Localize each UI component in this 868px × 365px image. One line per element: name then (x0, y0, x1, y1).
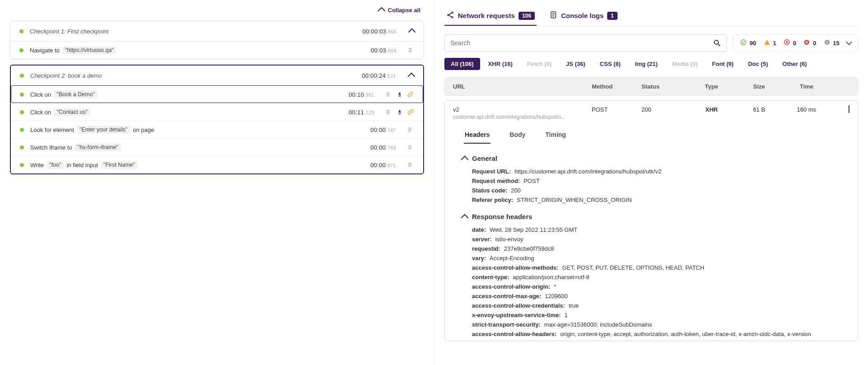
filter-pill[interactable]: CSS (8) (594, 58, 627, 70)
filter-pill[interactable]: JS (36) (560, 58, 592, 70)
header-row: access-control-allow-headers:origin, con… (472, 329, 839, 339)
subtab-body[interactable]: Body (509, 126, 526, 144)
request-row[interactable]: v2 customer.api.drift.com/integrations/h… (445, 101, 858, 124)
search-box[interactable] (444, 34, 727, 51)
tab-network-requests[interactable]: Network requests106 (444, 6, 537, 26)
network-table: URL Method Status Type Size Time (444, 77, 858, 96)
header-key: access-control-allow-headers: (472, 331, 557, 337)
err-icon (783, 39, 790, 47)
tab-label: Console logs (561, 12, 604, 19)
step-time: 00:11.129 (349, 109, 374, 116)
step-row[interactable]: Switch iframe to"hs-form-iframe"00:00.78… (11, 138, 423, 156)
header-value: origin, content-type, accept, authorizat… (560, 331, 811, 337)
header-row: strict-transport-security:max-age=315360… (472, 320, 839, 329)
steps-icon[interactable] (407, 161, 414, 168)
status-dot-icon (19, 29, 24, 33)
checkpoint-header[interactable]: Checkpoint 1: First checkpoint00:00:03.9… (10, 21, 424, 41)
svg-point-3 (448, 14, 449, 16)
detail-tabs: Network requests106Console logs1 (444, 6, 858, 26)
search-icon (713, 39, 721, 47)
unknown-icon: ? (824, 39, 830, 47)
param-pill: "foo" (47, 161, 64, 169)
step-row[interactable]: Click on"Contact us"00:11.129 (11, 103, 423, 121)
stat-unknown: ?15 (824, 39, 840, 47)
filter-pill[interactable]: XHR (16) (482, 58, 519, 70)
request-method: POST (592, 106, 642, 113)
svg-point-11 (714, 40, 718, 44)
status-summary[interactable]: 90100?15 (733, 34, 858, 51)
chevron-up-icon (461, 155, 469, 163)
collapse-all-button[interactable]: Collapse all (10, 5, 424, 15)
header-row: access-control-max-age:1209600 (472, 291, 839, 301)
col-size: Size (736, 83, 782, 90)
stat-fail: 0 (803, 39, 816, 47)
warn-icon (764, 39, 770, 47)
subtab-timing[interactable]: Timing (544, 126, 567, 144)
filter-pill[interactable]: Img (21) (629, 58, 664, 70)
steps-icon[interactable] (385, 91, 392, 98)
link-icon[interactable] (407, 108, 414, 116)
general-section-label: General (472, 154, 497, 162)
checkpoint-title: Checkpoint 2: book a demo (30, 72, 355, 79)
step-text: Look for element"Enter your details"on p… (30, 126, 364, 134)
header-value: application/json;charset=utf-8 (513, 274, 589, 281)
fail-icon (803, 39, 810, 47)
step-time: 00:10.991 (349, 91, 374, 98)
steps-icon[interactable] (407, 126, 414, 133)
link-icon[interactable] (407, 91, 414, 98)
header-row: Request URL:https://customer.api.drift.c… (472, 167, 839, 176)
header-value: STRICT_ORIGIN_WHEN_CROSS_ORIGIN (517, 197, 632, 203)
search-input[interactable] (450, 39, 713, 47)
checkpoint-time: 00:00:24.621 (362, 72, 396, 79)
response-headers-toggle[interactable]: Response headers (462, 213, 839, 220)
svg-point-4 (452, 17, 453, 18)
stat-ok: 90 (740, 39, 756, 47)
checkpoint-header[interactable]: Checkpoint 2: book a demo00:00:24.621 (11, 66, 423, 85)
header-key: access-control-allow-credentials: (472, 302, 565, 309)
ok-icon (740, 39, 747, 47)
header-value: 200 (511, 187, 521, 194)
request-card: v2 customer.api.drift.com/integrations/h… (444, 100, 858, 341)
col-url: URL (453, 83, 592, 90)
collapse-request-button[interactable] (831, 106, 849, 113)
step-row[interactable]: Look for element"Enter your details"on p… (11, 121, 423, 138)
chevron-up-icon[interactable] (408, 73, 415, 80)
stat-warn: 1 (764, 39, 776, 47)
chevron-up-icon[interactable] (408, 28, 416, 36)
header-key: x-envoy-upstream-service-time: (472, 312, 561, 318)
header-key: Request URL: (472, 168, 511, 175)
subtab-headers[interactable]: Headers (464, 126, 491, 144)
filter-pill[interactable]: All (106) (444, 58, 480, 70)
checkpoint-title: Checkpoint 1: First checkpoint (30, 28, 356, 35)
bug-icon[interactable] (396, 91, 403, 98)
steps-icon[interactable] (385, 108, 392, 116)
step-row[interactable]: Write"foo"in field input"First Name"00:0… (11, 156, 423, 173)
header-key: access-control-allow-methods: (472, 264, 558, 271)
filter-pill[interactable]: Other (6) (776, 58, 813, 70)
chevron-down-icon[interactable] (846, 39, 852, 45)
svg-point-0 (399, 95, 401, 97)
step-row[interactable]: Navigate to"https://virtuoso.qa"00:03.90… (10, 41, 424, 59)
header-key: access-control-allow-origin: (472, 283, 550, 290)
tab-label: Network requests (458, 12, 515, 19)
request-status: 200 (642, 106, 687, 113)
general-section-toggle[interactable]: General (462, 154, 839, 162)
steps-icon[interactable] (407, 144, 414, 151)
bug-icon[interactable] (396, 108, 403, 116)
filter-pill[interactable]: Font (9) (706, 58, 740, 70)
header-value: https://customer.api.drift.com/integrati… (514, 168, 661, 175)
header-value: 1 (565, 312, 568, 318)
header-key: Status code: (472, 187, 507, 194)
filter-pill[interactable]: Doc (5) (742, 58, 774, 70)
header-row: Request method:POST (472, 176, 839, 186)
steps-icon[interactable] (407, 47, 415, 54)
step-row[interactable]: Click on"Book a Demo"00:10.991 (11, 85, 423, 103)
count-badge: 1 (607, 12, 618, 20)
filter-row: All (106)XHR (16)Fetch (0)JS (36)CSS (8)… (444, 58, 858, 70)
stat-value: 1 (773, 40, 776, 47)
tab-console-logs[interactable]: Console logs1 (547, 6, 619, 26)
svg-point-1 (399, 112, 401, 114)
chevron-up-icon (377, 7, 385, 15)
col-status: Status (642, 83, 687, 90)
header-row: server:istio-envoy (472, 234, 839, 244)
